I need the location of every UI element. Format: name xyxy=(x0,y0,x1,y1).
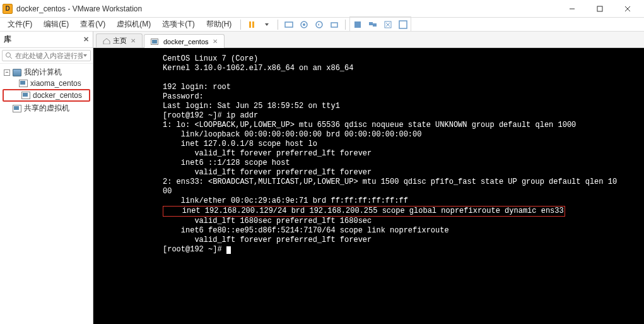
shared-vm-icon xyxy=(13,105,21,112)
cursor-icon xyxy=(226,246,231,254)
separator xyxy=(345,20,346,30)
vm-icon xyxy=(19,80,28,87)
terminal-line: valid_lft forever preferred_lft forever xyxy=(163,168,372,177)
power-pause-icon[interactable] xyxy=(245,18,259,32)
tree-item-docker-centos[interactable]: docker_centos xyxy=(3,89,90,102)
tab-close-icon[interactable]: ✕ xyxy=(131,37,136,44)
tab-home[interactable]: 主页 ✕ xyxy=(96,33,143,47)
svg-line-19 xyxy=(10,57,12,59)
sidebar-close-icon[interactable]: ✕ xyxy=(83,35,89,44)
terminal-line: CentOS Linux 7 (Core) xyxy=(163,54,258,63)
svg-rect-1 xyxy=(597,6,602,11)
terminal-line: valid_lft 1680sec preferred_lft 1680sec xyxy=(163,217,372,225)
search-icon xyxy=(5,52,13,59)
separator xyxy=(278,20,278,30)
svg-rect-10 xyxy=(331,23,337,27)
app-icon xyxy=(3,4,13,14)
svg-rect-6 xyxy=(285,22,293,27)
separator xyxy=(240,20,241,30)
vm-tree: − 我的计算机 xiaoma_centos docker_centos 共享的虚… xyxy=(0,64,93,324)
sidebar: 库 ✕ − 我的计算机 xiaoma_centos docker_centos xyxy=(0,32,93,324)
search-box[interactable] xyxy=(2,50,91,61)
terminal-line: [root@192 ~]# ip addr xyxy=(163,111,258,120)
terminal[interactable]: CentOS Linux 7 (Core) Kernel 3.10.0-1062… xyxy=(93,48,644,324)
tree-label: docker_centos xyxy=(33,91,82,100)
menu-tabs[interactable]: 选项卡(T) xyxy=(157,18,199,31)
terminal-line-highlighted: inet 192.168.200.129/24 brd 192.168.200.… xyxy=(163,206,565,217)
terminal-line: inet 127.0.0.1/8 scope host lo xyxy=(163,140,317,148)
sidebar-title: 库 xyxy=(4,34,11,45)
titlebar: docker_centos - VMware Workstation xyxy=(0,0,644,18)
vm-icon xyxy=(151,39,158,45)
collapse-icon[interactable]: − xyxy=(4,69,10,76)
view-group xyxy=(349,16,411,33)
power-dropdown-icon[interactable] xyxy=(260,18,274,32)
terminal-line: valid_lft forever preferred_lft forever xyxy=(163,236,372,244)
svg-point-18 xyxy=(6,53,11,57)
menu-vm[interactable]: 虚拟机(M) xyxy=(112,18,156,31)
sidebar-header: 库 ✕ xyxy=(0,32,93,48)
terminal-line: link/ether 00:0c:29:a6:9e:71 brd ff:ff:f… xyxy=(163,196,408,205)
menubar: 文件(F) 编辑(E) 查看(V) 虚拟机(M) 选项卡(T) 帮助(H) xyxy=(0,18,644,32)
tab-docker-centos[interactable]: docker_centos ✕ xyxy=(144,34,225,48)
tree-label: 共享的虚拟机 xyxy=(24,103,69,114)
svg-rect-11 xyxy=(354,21,361,28)
menu-edit[interactable]: 编辑(E) xyxy=(38,18,74,31)
terminal-line: Password: xyxy=(163,92,204,101)
home-icon xyxy=(103,38,110,44)
snapshot-icon[interactable] xyxy=(297,18,311,32)
terminal-line: link/loopback 00:00:00:00:00:00 brd 00:0… xyxy=(163,130,421,139)
svg-rect-17 xyxy=(399,21,407,28)
terminal-line: 1: lo: <LOOPBACK,UP,LOWER_UP> mtu 65536 … xyxy=(163,121,576,129)
terminal-line: 00 xyxy=(163,187,172,196)
tree-shared-vms[interactable]: 共享的虚拟机 xyxy=(1,102,91,114)
tree-label: xiaoma_centos xyxy=(30,79,81,88)
menu-file[interactable]: 文件(F) xyxy=(3,18,37,31)
terminal-prompt: [root@192 ~]# xyxy=(163,245,226,254)
content-area: 主页 ✕ docker_centos ✕ CentOS Linux 7 (Cor… xyxy=(93,32,644,324)
snapshot-manager-icon[interactable] xyxy=(327,18,341,32)
terminal-line: valid_lft forever preferred_lft forever xyxy=(163,149,372,158)
svg-rect-13 xyxy=(373,23,377,27)
thumbnail-icon[interactable] xyxy=(351,18,365,32)
minimize-button[interactable] xyxy=(558,1,586,17)
computer-icon xyxy=(13,69,21,76)
window-controls xyxy=(558,1,641,17)
tab-label: docker_centos xyxy=(163,38,209,45)
terminal-line: 2: ens33: <BROADCAST,MULTICAST,UP,LOWER_… xyxy=(163,177,617,186)
svg-rect-5 xyxy=(252,21,254,28)
vm-icon xyxy=(21,92,30,99)
tree-root-my-computer[interactable]: − 我的计算机 xyxy=(1,66,91,78)
svg-rect-12 xyxy=(369,22,373,25)
tab-bar: 主页 ✕ docker_centos ✕ xyxy=(93,32,644,48)
close-button[interactable] xyxy=(614,1,641,17)
maximize-button[interactable] xyxy=(586,1,614,17)
tree-label: 我的计算机 xyxy=(24,67,62,78)
main-area: 库 ✕ − 我的计算机 xiaoma_centos docker_centos xyxy=(0,32,644,324)
stretch-icon[interactable] xyxy=(381,18,395,32)
terminal-line: Last login: Sat Jun 25 18:59:52 on tty1 xyxy=(163,102,340,111)
terminal-line: 192 login: root xyxy=(163,83,231,92)
multimon-icon[interactable] xyxy=(366,18,380,32)
svg-point-8 xyxy=(303,23,305,26)
fullscreen-icon[interactable] xyxy=(396,18,410,32)
tab-close-icon[interactable]: ✕ xyxy=(213,38,218,45)
search-input[interactable] xyxy=(15,52,83,59)
terminal-line: Kernel 3.10.0-1062.el7.x86_64 on an x86_… xyxy=(163,64,353,73)
terminal-line: inet6 fe80::ee95:d86f:5214:7170/64 scope… xyxy=(163,226,449,235)
snapshot-revert-icon[interactable] xyxy=(312,18,326,32)
menu-help[interactable]: 帮助(H) xyxy=(201,18,237,31)
terminal-line: inet6 ::1/128 scope host xyxy=(163,159,290,167)
send-key-icon[interactable] xyxy=(282,18,296,32)
menu-view[interactable]: 查看(V) xyxy=(75,18,110,31)
sidebar-search xyxy=(0,48,93,64)
window-title: docker_centos - VMware Workstation xyxy=(16,4,558,13)
tree-item-xiaoma-centos[interactable]: xiaoma_centos xyxy=(1,78,91,88)
svg-rect-4 xyxy=(249,21,251,28)
search-dropdown-icon[interactable] xyxy=(83,53,88,58)
tab-label: 主页 xyxy=(113,36,127,45)
